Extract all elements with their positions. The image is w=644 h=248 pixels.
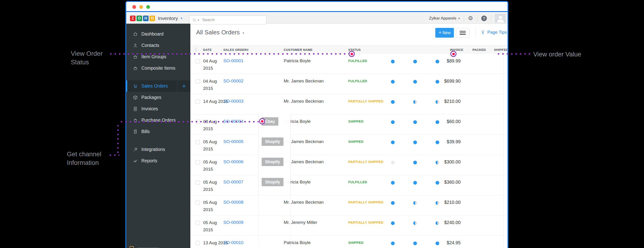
marker-amount-column <box>450 51 456 57</box>
table-row[interactable]: 13 Aug 2015 SO-00010 Patricia Boyle SHIP… <box>190 236 508 248</box>
sidebar: Dashboard Contacts Item Groups Composite… <box>126 24 190 248</box>
sidebar-item-label: Sales Orders <box>142 83 168 89</box>
minimize-window-icon[interactable] <box>139 5 143 9</box>
channel-badge-shopify: Shopify <box>262 178 284 186</box>
order-amount: $39.99 <box>432 139 460 144</box>
row-checkbox[interactable] <box>196 140 200 144</box>
sales-order-link[interactable]: SO-00002 <box>223 78 244 84</box>
status-badge: FULFILLED <box>348 79 367 83</box>
status-badge: PARTIALLY SHIPPED <box>348 200 383 204</box>
zoho-logo-tile: O <box>136 16 142 21</box>
sidebar-spacer <box>126 137 190 144</box>
sidebar-item-integrations[interactable]: Integrations <box>126 144 190 155</box>
sidebar-item-packages[interactable]: Packages <box>126 92 190 103</box>
home-icon <box>133 32 138 37</box>
marker-status-column <box>349 51 355 57</box>
row-checkbox[interactable] <box>196 221 200 225</box>
channel-badge-shopify: Shopify <box>262 138 284 146</box>
screenshot-stage: Z O H O Inventory ▾ ▾ Search Zylkar Appa… <box>0 0 644 248</box>
invoice-dot <box>391 161 395 164</box>
packed-dot <box>413 80 417 84</box>
annotation-get-channel-information: Get channel Information <box>67 150 101 167</box>
annotation-view-order-status: View Order Status <box>71 49 102 66</box>
sales-orders-table: 04 Aug2015 SO-00001 Patricia Boyle FULFI… <box>190 2 508 248</box>
order-date: 04 Aug2015 <box>203 78 217 92</box>
basket-icon <box>133 54 138 60</box>
table-row[interactable]: 05 Aug2015 SO-00006 Mr. James Beckman PA… <box>190 155 508 175</box>
table-row[interactable]: 08 Aug2015 SO-00004 Patricia Boyle SHIPP… <box>190 114 508 135</box>
status-badge: PARTIALLY SHIPPED <box>348 100 383 103</box>
order-amount: $24.95 <box>432 240 460 246</box>
sales-order-link[interactable]: SO-00003 <box>223 99 244 104</box>
document-icon <box>133 106 138 112</box>
table-row[interactable]: 05 Aug2015 SO-00007 Patricia Boyle FULFI… <box>190 175 508 195</box>
sidebar-item-label: Invoices <box>142 106 158 112</box>
invoice-dot <box>391 140 395 144</box>
cart-icon <box>133 84 138 89</box>
table-row[interactable]: 04 Aug2015 SO-00002 Mr. James Beckman FU… <box>190 74 508 94</box>
packed-dot <box>413 100 417 104</box>
table-row[interactable]: 05 Aug2015 SO-00009 Mr. Jeremy Miller PA… <box>190 216 508 236</box>
close-window-icon[interactable] <box>132 5 136 9</box>
invoice-dot <box>391 242 395 245</box>
row-checkbox[interactable] <box>196 59 200 64</box>
table-row[interactable]: 05 Aug2015 SO-00005 Mr. James Beckman SH… <box>190 135 508 155</box>
sidebar-item-bills[interactable]: Bills <box>126 126 190 137</box>
chevron-down-icon[interactable]: ▾ <box>180 16 182 20</box>
row-checkbox[interactable] <box>196 241 200 245</box>
order-amount: $360.00 <box>432 180 460 185</box>
row-checkbox[interactable] <box>196 180 200 184</box>
sidebar-item-purchase-orders[interactable]: Purchase Orders <box>126 114 190 126</box>
status-badge: FULFILLED <box>348 59 367 63</box>
packed-dot <box>413 120 417 124</box>
table-row[interactable]: 14 Aug 2015 SO-00003 Mr. James Beckman P… <box>190 94 508 114</box>
invoice-dot <box>391 120 395 124</box>
sidebar-item-reports[interactable]: Reports <box>126 155 190 166</box>
sidebar-item-contacts[interactable]: Contacts <box>126 40 190 51</box>
sales-order-link[interactable]: SO-00008 <box>223 200 244 205</box>
status-badge: PARTIALLY SHIPPED <box>348 160 383 164</box>
order-amount: $240.00 <box>432 220 460 225</box>
zoho-inventory-logo[interactable]: Z O H O Inventory ▾ <box>130 13 182 24</box>
sidebar-item-composite-items[interactable]: Composite Items <box>126 62 190 74</box>
order-amount: $89.99 <box>432 58 460 64</box>
sales-order-link[interactable]: SO-00009 <box>223 220 244 225</box>
sales-order-link[interactable]: SO-00007 <box>223 180 244 184</box>
invoice-dot <box>391 100 395 104</box>
user-icon <box>133 43 138 48</box>
order-date: 05 Aug2015 <box>203 199 217 213</box>
sales-order-link[interactable]: SO-00005 <box>223 139 244 144</box>
row-checkbox[interactable] <box>196 201 200 205</box>
table-row[interactable]: 04 Aug2015 SO-00001 Patricia Boyle FULFI… <box>190 54 508 74</box>
packed-dot <box>413 221 417 225</box>
sidebar-item-sales-orders[interactable]: Sales Orders + <box>126 80 190 92</box>
marker-ebay-badge <box>259 118 265 124</box>
table-row[interactable]: 05 Aug2015 SO-00008 Mr. James Beckman PA… <box>190 195 508 216</box>
zoho-logo-tile: O <box>150 16 155 21</box>
sidebar-item-label: Item Groups <box>142 54 166 60</box>
scrollbar-track[interactable] <box>503 46 504 247</box>
sidebar-item-label: Bills <box>142 129 150 134</box>
row-checkbox[interactable] <box>196 160 200 164</box>
sales-order-link[interactable]: SO-00006 <box>223 159 244 164</box>
packed-dot <box>413 242 417 245</box>
sales-order-link[interactable]: SO-00010 <box>223 240 244 245</box>
add-sales-order-button[interactable]: + <box>177 80 190 92</box>
customer-name: Patricia Boyle <box>284 58 310 64</box>
sidebar-item-invoices[interactable]: Invoices <box>126 103 190 114</box>
invoice-dot <box>391 181 395 184</box>
sidebar-item-label: Contacts <box>142 43 159 48</box>
app-window: Z O H O Inventory ▾ ▾ Search Zylkar Appa… <box>125 1 508 248</box>
sidebar-item-dashboard[interactable]: Dashboard <box>126 28 190 40</box>
row-checkbox[interactable] <box>196 100 200 104</box>
sales-order-link[interactable]: SO-00001 <box>223 58 244 64</box>
status-badge: SHIPPED <box>348 120 364 123</box>
order-amount: $300.00 <box>432 159 460 165</box>
sidebar-spacer <box>126 74 190 80</box>
dotted-line-value <box>496 53 532 55</box>
sidebar-footer-clipped <box>130 246 159 248</box>
box-icon <box>133 95 138 100</box>
maximize-window-icon[interactable] <box>146 5 150 9</box>
sidebar-item-label: Dashboard <box>142 31 164 37</box>
row-checkbox[interactable] <box>196 80 200 84</box>
